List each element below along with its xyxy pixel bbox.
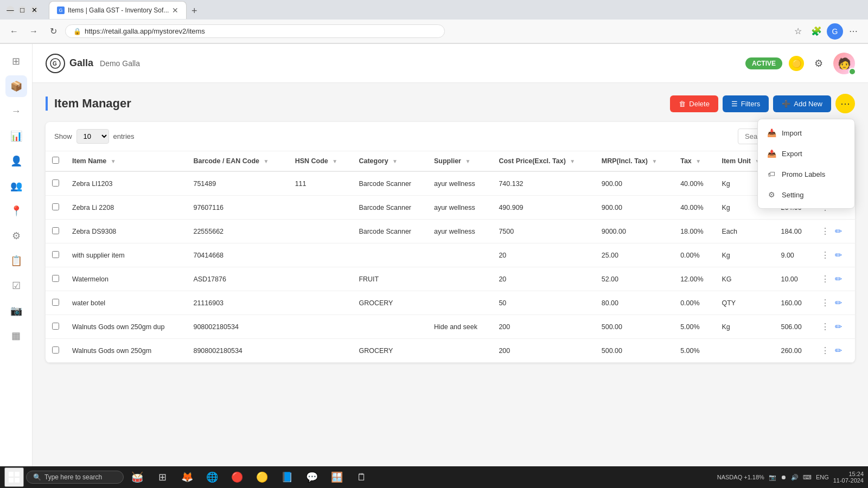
dropdown-item-setting[interactable]: ⚙ Setting [758,184,854,205]
header-hsn[interactable]: HSN Code ▼ [289,151,353,171]
entries-select[interactable]: 10 25 50 100 [76,129,109,144]
active-tab[interactable]: G Items | Galla GST - Inventory Sof... ✕ [49,1,187,19]
header-category[interactable]: Category ▼ [352,151,427,171]
sidebar-item-checklist[interactable]: ☑ [5,275,27,297]
chrome-icon: 🟡 [256,471,268,483]
row-checkbox-7[interactable] [52,346,59,354]
sidebar-item-settings[interactable]: ⚙ [5,225,27,247]
sidebar-item-arrow[interactable]: → [5,100,27,122]
row-more-button-6[interactable]: ⋮ [820,320,831,333]
row-checkbox-0[interactable] [52,179,59,187]
row-checkbox-6[interactable] [52,323,59,330]
cell-tax: 40.00% [674,171,715,196]
cell-mrp: 25.00 [595,243,674,267]
header-cost-price[interactable]: Cost Price(Excl. Tax) ▼ [492,151,595,171]
header-barcode[interactable]: Barcode / EAN Code ▼ [187,151,288,171]
table-scroll[interactable]: Item Name ▼ Barcode / EAN Code ▼ HSN Cod… [46,151,855,363]
sidebar-item-user[interactable]: 👤 [5,150,27,172]
row-edit-button-5[interactable]: ✏ [834,297,843,309]
taskbar-chrome[interactable]: 🟡 [251,469,273,485]
sidebar-item-chart[interactable]: 📊 [5,125,27,147]
row-edit-button-6[interactable]: ✏ [834,320,843,333]
row-more-button-4[interactable]: ⋮ [820,273,831,285]
taskbar-edge[interactable]: 🌐 [201,469,224,485]
header-supplier[interactable]: Supplier ▼ [427,151,492,171]
sort-icon: ▼ [111,158,116,164]
close-button[interactable]: ✕ [30,6,38,14]
row-checkbox-3[interactable] [52,251,59,258]
svg-rect-3 [15,472,20,477]
cell-supplier [427,243,492,267]
row-edit-button-3[interactable]: ✏ [834,249,843,261]
row-checkbox-5[interactable] [52,299,59,306]
table-controls: Show 10 25 50 100 entries [46,122,855,151]
taskbar-app1[interactable]: 🔴 [226,469,248,485]
tab-close-button[interactable]: ✕ [172,6,178,15]
cell-qty: 10.00 [774,267,813,291]
taskbar-windows-store[interactable]: 🪟 [326,469,348,485]
extensions-button[interactable]: 🧩 [808,23,825,40]
cell-mrp: 9000.00 [595,220,674,243]
sidebar-item-grid[interactable]: ⊞ [5,50,27,72]
search-icon: 🔍 [33,473,41,481]
sidebar-item-camera[interactable]: 📷 [5,300,27,322]
row-more-button-3[interactable]: ⋮ [820,249,831,261]
sidebar-item-grid2[interactable]: ▦ [5,325,27,346]
row-more-button-7[interactable]: ⋮ [820,344,831,357]
add-new-button[interactable]: ➕ Add New [773,95,831,112]
row-more-button-5[interactable]: ⋮ [820,297,831,309]
new-tab-button[interactable]: + [187,4,202,19]
maximize-button[interactable]: □ [18,6,26,14]
row-checkbox-2[interactable] [52,227,59,234]
user-avatar[interactable]: 🧑 [833,53,855,74]
filters-button[interactable]: ☰ Filters [723,95,769,112]
row-edit-button-2[interactable]: ✏ [834,225,843,237]
refresh-button[interactable]: ↻ [46,24,61,39]
browser-toolbar-right: ☆ 🧩 G ⋯ [790,23,861,40]
minimize-button[interactable]: — [7,6,14,14]
dropdown-item-promo-labels[interactable]: 🏷 Promo Labels [758,164,854,184]
row-edit-button-4[interactable]: ✏ [834,273,843,285]
header-settings-button[interactable]: ⚙ [810,55,827,72]
cell-category: FRUIT [352,267,427,291]
row-checkbox-4[interactable] [52,275,59,282]
more-button[interactable]: ⋯ [845,23,861,40]
taskbar-search[interactable]: 🔍 Type here to search [26,471,124,484]
address-bar[interactable]: 🔒 https://retail.galla.app/mystorev2/ite… [65,24,445,38]
profile-button[interactable]: G [827,23,843,40]
taskbar-record-icon: ⏺ [781,474,787,480]
row-more-button-2[interactable]: ⋮ [820,225,831,237]
start-button[interactable] [4,467,24,487]
cell-name: Zebra LI1203 [66,171,187,196]
forward-button[interactable]: → [26,24,41,39]
table-row: Watermelon ASD17876 FRUIT 20 52.00 12.00… [46,267,855,291]
row-edit-button-7[interactable]: ✏ [834,344,843,357]
taskbar-facebook[interactable]: 📘 [276,469,298,485]
svg-rect-5 [15,478,20,483]
taskbar-messenger[interactable]: 💬 [301,469,323,485]
taskbar-notes[interactable]: 🗒 [350,469,373,485]
back-button[interactable]: ← [7,24,22,39]
sidebar-item-users[interactable]: 👥 [5,175,27,197]
taskbar-task-view[interactable]: ⊞ [151,469,174,485]
taskbar-drum[interactable]: 🥁 [126,469,149,485]
svg-text:G: G [53,61,57,67]
cell-category [352,315,427,339]
taskbar-firefox[interactable]: 🦊 [176,469,199,485]
header-item-name[interactable]: Item Name ▼ [66,151,187,171]
sidebar-item-location[interactable]: 📍 [5,200,27,222]
sidebar-item-report[interactable]: 📋 [5,250,27,272]
sidebar-item-package[interactable]: 📦 [5,75,27,97]
row-checkbox-1[interactable] [52,203,59,210]
cell-mrp: 900.00 [595,196,674,220]
cell-mrp: 52.00 [595,267,674,291]
bookmark-button[interactable]: ☆ [790,23,806,40]
dropdown-item-export[interactable]: 📤 Export [758,143,854,164]
delete-button[interactable]: 🗑 Delete [670,95,718,112]
more-options-button[interactable]: ⋯ [835,94,855,113]
header-mrp[interactable]: MRP(Incl. Tax) ▼ [595,151,674,171]
header-tax[interactable]: Tax ▼ [674,151,715,171]
select-all-checkbox[interactable] [52,157,59,164]
cell-supplier: Hide and seek [427,315,492,339]
dropdown-item-import[interactable]: 📥 Import [758,123,854,143]
